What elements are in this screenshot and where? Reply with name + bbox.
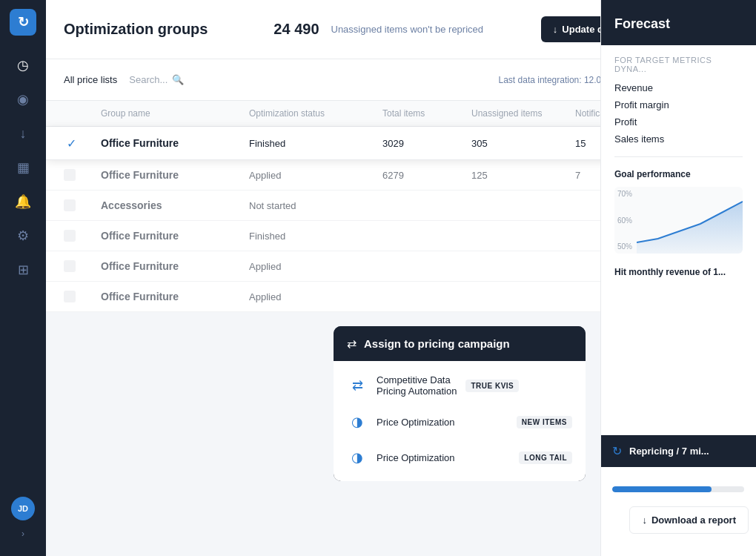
row-unassigned: 305 — [471, 138, 575, 149]
campaign-badge: TRUE KVIS — [465, 380, 519, 392]
progress-bar-background — [612, 486, 744, 492]
avatar[interactable]: JD — [11, 497, 35, 520]
table-row[interactable]: Office Furniture Finished — [46, 221, 646, 251]
settings-icon: ⚙ — [17, 228, 29, 244]
topbar: Optimization groups 24 490 Unassigned it… — [46, 0, 646, 59]
row-group-name: Accessories — [101, 199, 249, 211]
assign-popup-title: Assign to pricing campaign — [364, 337, 510, 350]
assign-popup-body: ⇄ Competitive Data Pricing Automation TR… — [334, 361, 586, 481]
search-container: Search... 🔍 — [129, 74, 486, 85]
assign-popup-header: ⇄ Assign to pricing campaign — [334, 326, 586, 361]
forecast-section-label: For target metrics dyna... — [614, 56, 743, 73]
row-checkbox[interactable] — [64, 291, 76, 302]
search-icon[interactable]: 🔍 — [172, 74, 184, 85]
sidebar-item-bell[interactable]: 🔔 — [8, 187, 38, 216]
chart-svg — [637, 187, 743, 254]
sidebar-item-calendar[interactable]: ▦ — [8, 153, 38, 182]
download-icon: ↓ — [20, 126, 27, 142]
row-unassigned: 125 — [471, 170, 575, 181]
assign-popup: ⇄ Assign to pricing campaign ⇄ Competiti… — [334, 326, 586, 481]
campaign-name: Price Optimization — [377, 452, 510, 463]
table-row[interactable]: Office Furniture Applied — [46, 282, 646, 312]
download-report-container: ↓ Download a report — [629, 506, 749, 534]
page-title: Optimization groups — [64, 21, 262, 38]
sidebar-item-grid[interactable]: ⊞ — [8, 255, 38, 285]
col-status: Optimization status — [249, 108, 382, 119]
row-group-name: Office Furniture — [101, 260, 249, 272]
row-status: Applied — [249, 291, 382, 302]
bell-icon: 🔔 — [15, 193, 31, 210]
table-row[interactable]: Office Furniture Applied 6279 125 7 — [46, 160, 646, 191]
sidebar-item-analytics[interactable]: ◷ — [8, 50, 38, 80]
forecast-panel: Forecast For target metrics dyna... Reve… — [600, 0, 756, 556]
campaign-icon-optimization1: ◑ — [347, 411, 368, 432]
row-checkbox[interactable] — [64, 260, 76, 272]
campaign-item[interactable]: ⇄ Competitive Data Pricing Automation TR… — [334, 367, 586, 404]
table: Group name Optimization status Total ite… — [46, 101, 646, 312]
sidebar: ↻ ◷ ◉ ↓ ▦ 🔔 ⚙ ⊞ JD › — [0, 0, 46, 556]
forecast-section: For target metrics dyna... Revenue Profi… — [601, 45, 756, 152]
row-status: Applied — [249, 170, 382, 181]
grid-icon: ⊞ — [18, 262, 29, 278]
repricing-bar: ↻ Repricing / 7 mi... — [600, 435, 756, 467]
download-report-button[interactable]: ↓ Download a report — [629, 506, 749, 534]
row-checkmark: ✓ — [64, 136, 79, 150]
campaign-badge: NEW ITEMS — [517, 416, 572, 428]
progress-area — [600, 482, 756, 497]
unassigned-notice: Unassigned items won't be repriced — [331, 24, 529, 35]
goal-chart: 70% 60% 50% — [614, 187, 743, 254]
calendar-icon: ▦ — [17, 159, 30, 176]
table-row[interactable]: Accessories Not started — [46, 191, 646, 221]
download-report-label: Download a report — [651, 514, 736, 526]
logo-icon: ↻ — [18, 14, 29, 30]
sidebar-expand[interactable]: › — [16, 526, 30, 541]
row-status: Finished — [249, 231, 382, 242]
col-group-name: Group name — [101, 108, 249, 119]
hit-revenue: Hit monthly revenue of 1... — [601, 261, 756, 283]
table-row[interactable]: Office Furniture Applied — [46, 251, 646, 282]
table-row[interactable]: ✓ Office Furniture Finished 3029 305 15 — [46, 127, 646, 160]
avatar-initials: JD — [18, 504, 28, 513]
forecast-menu-sales[interactable]: Sales items — [614, 130, 743, 148]
row-total: 6279 — [382, 170, 471, 181]
search-placeholder: Search... — [129, 74, 168, 85]
forecast-menu-profit-margin[interactable]: Profit margin — [614, 96, 743, 113]
campaign-item[interactable]: ◑ Price Optimization LONG TAIL — [334, 440, 586, 475]
goal-performance-title: Goal performance — [614, 169, 743, 179]
forecast-divider — [614, 156, 743, 157]
campaign-name: Price Optimization — [377, 417, 508, 428]
sidebar-item-globe[interactable]: ◉ — [8, 85, 38, 114]
assign-icon: ⇄ — [347, 337, 357, 351]
row-total: 3029 — [382, 138, 471, 149]
col-unassigned: Unassigned items — [471, 108, 575, 119]
logo[interactable]: ↻ — [10, 9, 36, 36]
forecast-menu-revenue[interactable]: Revenue — [614, 79, 743, 96]
all-price-lists[interactable]: All price lists — [64, 74, 117, 85]
progress-bar-fill — [612, 486, 712, 492]
campaign-badge: LONG TAIL — [519, 451, 572, 464]
repricing-text: Repricing / 7 mi... — [629, 446, 709, 457]
campaign-icon-competitive: ⇄ — [347, 375, 368, 396]
row-status: Not started — [249, 200, 382, 211]
row-checkbox[interactable] — [64, 230, 76, 242]
forecast-menu-profit[interactable]: Profit — [614, 113, 743, 130]
update-icon: ↓ — [553, 24, 558, 35]
campaign-name: Competitive Data — [377, 374, 457, 385]
row-checkbox[interactable] — [64, 199, 76, 211]
row-group-name: Office Furniture — [101, 137, 249, 149]
campaign-item[interactable]: ◑ Price Optimization NEW ITEMS — [334, 404, 586, 440]
repricing-icon: ↻ — [612, 444, 622, 458]
item-count: 24 490 — [273, 21, 319, 38]
row-checkbox[interactable] — [64, 169, 76, 181]
sidebar-item-download[interactable]: ↓ — [8, 119, 38, 148]
forecast-header: Forecast — [601, 0, 756, 45]
row-group-name: Office Furniture — [101, 291, 249, 302]
row-status: Finished — [249, 138, 382, 149]
col-total: Total items — [382, 108, 471, 119]
sidebar-item-settings[interactable]: ⚙ — [8, 221, 38, 251]
filterbar: All price lists Search... 🔍 Last data in… — [46, 59, 646, 101]
chart-label-50: 50% — [617, 242, 632, 251]
campaign-icon-optimization2: ◑ — [347, 447, 368, 468]
col-check — [64, 108, 101, 119]
goal-performance: Goal performance 70% 60% 50% — [601, 162, 756, 261]
